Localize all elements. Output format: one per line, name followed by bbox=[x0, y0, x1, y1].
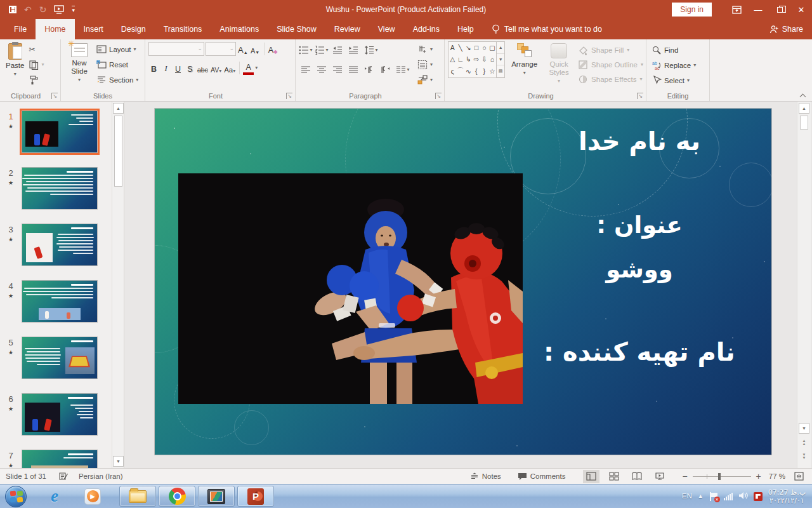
thumb-scroll-down-icon[interactable]: ▼ bbox=[113, 456, 124, 467]
taskbar-photo-viewer[interactable] bbox=[198, 486, 235, 507]
columns-button[interactable]: ▾ bbox=[394, 64, 412, 77]
tab-home[interactable]: Home bbox=[36, 19, 74, 39]
shape-effects-button[interactable]: Shape Effects▾ bbox=[578, 73, 643, 86]
language-indicator[interactable]: Persian (Iran) bbox=[79, 472, 123, 480]
taskbar-media-player[interactable]: ▶ bbox=[80, 486, 105, 507]
taskbar-file-explorer[interactable] bbox=[119, 486, 156, 507]
justify-button[interactable] bbox=[346, 64, 360, 77]
thumbnail-panel-scrollbar[interactable]: ▲ ▼ bbox=[112, 102, 124, 468]
bold-button[interactable]: B bbox=[148, 62, 159, 75]
restore-button[interactable] bbox=[769, 0, 790, 19]
shape-glyph[interactable]: ⌒ bbox=[457, 67, 464, 76]
shape-glyph[interactable]: ↘ bbox=[466, 44, 471, 51]
grow-font-button[interactable]: A▲ bbox=[237, 43, 249, 56]
shape-glyph[interactable]: ╲ bbox=[459, 44, 462, 51]
cut-button[interactable]: ✂ bbox=[27, 43, 46, 56]
next-slide-button[interactable]: ▼▼ bbox=[799, 453, 809, 460]
tab-animations[interactable]: Animations bbox=[211, 19, 268, 39]
share-button[interactable]: Share bbox=[769, 19, 803, 39]
undo-icon[interactable]: ↶ bbox=[24, 5, 32, 14]
shapes-gallery[interactable]: A╲↘□○▢△∟↳⇨⇩⌂ς⌒∿{}☆ ▲ ▼ ▤ bbox=[448, 41, 505, 78]
shape-glyph[interactable]: ↳ bbox=[466, 55, 471, 63]
shape-glyph[interactable]: A bbox=[450, 44, 455, 51]
zoom-level[interactable]: 77 % bbox=[769, 472, 785, 480]
slide-4-thumbnail[interactable] bbox=[22, 280, 98, 323]
wushu-fighters-image[interactable] bbox=[178, 173, 523, 404]
shape-glyph[interactable]: ⇩ bbox=[481, 55, 487, 63]
slide-text-bismillah[interactable]: به نام خدا bbox=[513, 126, 766, 156]
text-shadow-button[interactable]: S bbox=[185, 62, 195, 75]
convert-to-smartart-button[interactable]: ▾ bbox=[416, 73, 435, 86]
font-size-combobox[interactable]: ⌄ bbox=[206, 42, 236, 56]
tray-clock[interactable]: ب.ظ 07:27 ۲۰۲۲/۱۲/۰۱ bbox=[768, 488, 806, 505]
copy-button[interactable]: ▾ bbox=[27, 58, 46, 71]
slide-7-thumbnail[interactable] bbox=[22, 450, 98, 468]
tab-transitions[interactable]: Transitions bbox=[155, 19, 211, 39]
taskbar-internet-explorer[interactable]: e bbox=[42, 486, 67, 507]
shape-outline-button[interactable]: Shape Outline▾ bbox=[578, 58, 643, 71]
align-text-button[interactable]: ▾ bbox=[416, 58, 435, 71]
find-button[interactable]: Find bbox=[650, 43, 698, 57]
strikethrough-button[interactable]: abc bbox=[197, 62, 209, 75]
shape-glyph[interactable]: } bbox=[483, 67, 486, 75]
font-color-dropdown[interactable]: ▾ bbox=[255, 65, 258, 70]
language-tray-indicator[interactable]: EN bbox=[682, 493, 692, 500]
select-button[interactable]: Select▾ bbox=[650, 74, 698, 87]
previous-slide-button[interactable]: ▲▲ bbox=[799, 439, 809, 446]
shape-glyph[interactable]: ○ bbox=[482, 44, 486, 51]
editor-scroll-down-icon[interactable]: ▼ bbox=[799, 423, 809, 434]
taskbar-chrome[interactable] bbox=[159, 486, 195, 507]
redo-icon[interactable]: ↻ bbox=[39, 5, 47, 14]
quick-styles-button[interactable]: Quick Styles ▾ bbox=[544, 41, 574, 86]
tab-slide-show[interactable]: Slide Show bbox=[268, 19, 325, 39]
change-case-button[interactable]: Aa▾ bbox=[223, 62, 236, 75]
align-center-button[interactable] bbox=[315, 64, 329, 77]
new-slide-button[interactable]: New Slide ▾ bbox=[64, 41, 95, 84]
numbering-button[interactable]: ▾ bbox=[315, 44, 329, 57]
normal-view-button[interactable] bbox=[583, 470, 599, 483]
paste-button[interactable]: Paste ▾ bbox=[3, 41, 27, 79]
sign-in-button[interactable]: Sign in bbox=[672, 3, 712, 17]
text-direction-ltr-button[interactable] bbox=[362, 64, 376, 77]
slide-1-thumbnail[interactable] bbox=[22, 110, 98, 153]
slide-3-thumbnail[interactable] bbox=[22, 224, 98, 266]
slideshow-view-button[interactable] bbox=[652, 470, 668, 483]
text-direction-button[interactable]: ▾ bbox=[416, 43, 435, 56]
bullets-button[interactable]: ▾ bbox=[299, 44, 313, 57]
volume-icon[interactable] bbox=[738, 491, 748, 501]
tab-design[interactable]: Design bbox=[112, 19, 155, 39]
editor-scroll-thumb[interactable] bbox=[800, 116, 808, 130]
shape-glyph[interactable]: △ bbox=[450, 55, 455, 63]
tab-insert[interactable]: Insert bbox=[75, 19, 112, 39]
shape-glyph[interactable]: { bbox=[475, 67, 478, 75]
slide-text-title-value[interactable]: ووشو bbox=[513, 256, 766, 283]
slide-sorter-view-button[interactable] bbox=[606, 470, 622, 483]
shape-glyph[interactable]: ⌂ bbox=[490, 55, 494, 63]
tab-add-ins[interactable]: Add-ins bbox=[404, 19, 449, 39]
tell-me-box[interactable]: Tell me what you want to do bbox=[492, 19, 602, 39]
tab-file[interactable]: File bbox=[5, 19, 36, 39]
line-spacing-button[interactable]: ▾ bbox=[362, 44, 380, 57]
paragraph-dialog-launcher[interactable]: ↘ bbox=[435, 93, 442, 99]
font-name-combobox[interactable]: ⌄ bbox=[148, 42, 204, 56]
thumb-scroll-up-icon[interactable]: ▲ bbox=[113, 103, 124, 114]
clipboard-dialog-launcher[interactable]: ↘ bbox=[51, 93, 58, 99]
section-button[interactable]: Section▾ bbox=[95, 73, 140, 86]
shape-glyph[interactable]: □ bbox=[475, 44, 478, 51]
increase-indent-button[interactable] bbox=[346, 44, 360, 57]
shape-glyph[interactable]: ∟ bbox=[457, 55, 464, 63]
customize-qat-icon[interactable]: ▾ bbox=[72, 6, 75, 13]
font-dialog-launcher[interactable]: ↘ bbox=[286, 93, 292, 99]
reading-view-button[interactable] bbox=[629, 470, 645, 483]
underline-button[interactable]: U bbox=[173, 62, 183, 75]
zoom-slider[interactable] bbox=[693, 476, 751, 477]
slide-5-thumbnail[interactable] bbox=[22, 337, 98, 379]
character-spacing-button[interactable]: AV▾ bbox=[210, 62, 222, 75]
start-button[interactable] bbox=[5, 486, 27, 507]
align-right-button[interactable] bbox=[331, 64, 344, 77]
show-hidden-icons[interactable]: ▲ bbox=[698, 493, 704, 499]
shapes-gallery-scrollbar[interactable]: ▲ ▼ ▤ bbox=[496, 42, 504, 77]
shrink-font-button[interactable]: A▼ bbox=[250, 43, 261, 56]
shape-glyph[interactable]: ∿ bbox=[466, 67, 471, 75]
start-from-beginning-icon[interactable] bbox=[54, 5, 64, 14]
